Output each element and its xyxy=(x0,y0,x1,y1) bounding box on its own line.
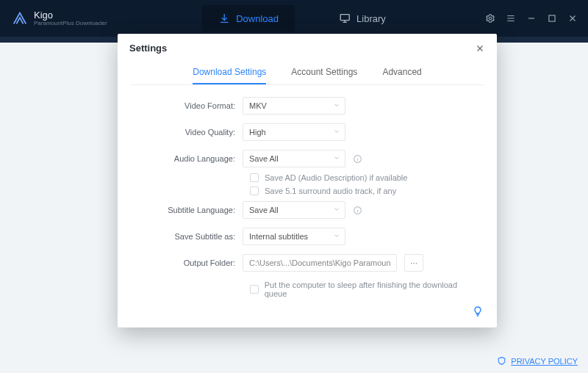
info-icon[interactable] xyxy=(353,154,362,164)
chevron-down-icon xyxy=(333,128,340,137)
modal-header: Settings xyxy=(118,34,497,57)
checkbox-icon xyxy=(250,186,259,195)
close-icon[interactable] xyxy=(475,43,485,54)
checkbox-icon xyxy=(250,173,259,182)
checkbox-icon xyxy=(250,285,259,294)
label-subtitle-language: Subtitle Language: xyxy=(138,206,243,214)
logo-icon xyxy=(12,10,28,26)
minimize-icon[interactable] xyxy=(526,13,537,23)
maximize-icon[interactable] xyxy=(547,13,557,23)
privacy-label: PRIVACY POLICY xyxy=(511,357,578,366)
main-nav: Download Library xyxy=(202,0,386,37)
settings-form: Video Format: MKV Video Quality: High Au… xyxy=(118,85,497,305)
browse-button[interactable]: ··· xyxy=(404,254,423,272)
app-logo: Kigo ParamountPlus Downloader xyxy=(12,10,107,26)
tab-download-settings[interactable]: Download Settings xyxy=(193,67,266,84)
chevron-down-icon xyxy=(333,206,340,214)
label-output-folder: Output Folder: xyxy=(138,258,243,267)
nav-library-label: Library xyxy=(356,13,386,24)
select-value: High xyxy=(249,128,266,137)
nav-download-label: Download xyxy=(236,13,279,24)
select-subtitle-language[interactable]: Save All xyxy=(243,201,345,219)
checkbox-save-ad[interactable]: Save AD (Audio Description) if available xyxy=(250,173,476,182)
label-video-format: Video Format: xyxy=(138,101,243,110)
menu-icon[interactable] xyxy=(506,13,516,23)
output-folder-input[interactable] xyxy=(249,258,390,267)
nav-download[interactable]: Download xyxy=(202,5,295,32)
chevron-down-icon xyxy=(333,232,340,241)
app-subtitle: ParamountPlus Downloader xyxy=(34,21,107,26)
select-audio-language[interactable]: Save All xyxy=(243,150,345,167)
gear-icon[interactable] xyxy=(485,13,495,23)
chevron-down-icon xyxy=(333,154,340,163)
select-value: MKV xyxy=(249,101,267,110)
tip-icon[interactable] xyxy=(472,305,484,317)
checkbox-sleep-after[interactable]: Put the computer to sleep after finishin… xyxy=(250,280,476,298)
app-root: Kigo ParamountPlus Downloader Download xyxy=(0,0,588,373)
select-value: Save All xyxy=(249,206,279,214)
privacy-policy-link[interactable]: PRIVACY POLICY xyxy=(497,356,578,366)
monitor-icon xyxy=(339,12,351,24)
label-save-subtitle-as: Save Subtitle as: xyxy=(138,232,243,241)
select-video-quality[interactable]: High xyxy=(243,123,345,141)
svg-point-1 xyxy=(489,17,492,20)
tab-account-settings[interactable]: Account Settings xyxy=(291,67,357,84)
select-value: Save All xyxy=(249,154,279,163)
checkbox-label: Save AD (Audio Description) if available xyxy=(265,173,407,182)
label-video-quality: Video Quality: xyxy=(138,128,243,137)
select-video-format[interactable]: MKV xyxy=(243,97,345,115)
modal-title: Settings xyxy=(129,43,167,54)
close-window-icon[interactable] xyxy=(567,13,578,23)
shield-icon xyxy=(497,356,506,366)
select-save-subtitle-as[interactable]: Internal subtitles xyxy=(243,228,345,245)
download-icon xyxy=(218,12,230,24)
checkbox-label: Put the computer to sleep after finishin… xyxy=(265,280,476,298)
select-value: Internal subtitles xyxy=(249,232,308,241)
svg-rect-2 xyxy=(549,15,555,21)
nav-library[interactable]: Library xyxy=(339,12,386,24)
tab-advanced[interactable]: Advanced xyxy=(382,67,421,84)
chevron-down-icon xyxy=(333,101,340,110)
checkbox-save-51[interactable]: Save 5.1 surround audio track, if any xyxy=(250,186,476,195)
checkbox-label: Save 5.1 surround audio track, if any xyxy=(265,186,396,195)
label-audio-language: Audio Language: xyxy=(138,154,243,163)
window-controls xyxy=(485,13,578,23)
info-icon[interactable] xyxy=(353,206,362,215)
app-title: Kigo xyxy=(34,10,107,21)
settings-tabs: Download Settings Account Settings Advan… xyxy=(118,67,497,84)
output-folder-field[interactable] xyxy=(243,254,397,272)
svg-rect-0 xyxy=(340,15,349,21)
titlebar: Kigo ParamountPlus Downloader Download xyxy=(0,0,588,37)
settings-modal: Settings Download Settings Account Setti… xyxy=(118,34,497,327)
